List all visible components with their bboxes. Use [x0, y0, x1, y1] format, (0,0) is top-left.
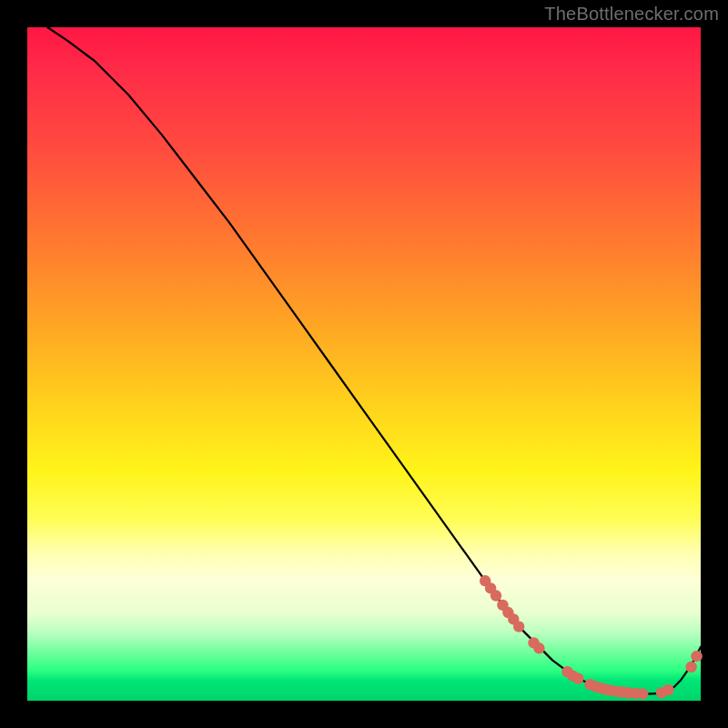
bottleneck-curve [47, 27, 701, 694]
data-point [513, 621, 524, 632]
data-point [533, 642, 544, 653]
data-point [662, 684, 673, 695]
chart-overlay [27, 27, 701, 701]
data-points-group [480, 575, 703, 700]
data-point [572, 672, 583, 683]
data-point [691, 651, 702, 662]
data-point [637, 688, 648, 699]
data-point [685, 662, 696, 672]
data-point [490, 590, 501, 601]
chart-frame: TheBottlenecker.com [0, 0, 728, 728]
attribution-label: TheBottlenecker.com [544, 4, 719, 25]
